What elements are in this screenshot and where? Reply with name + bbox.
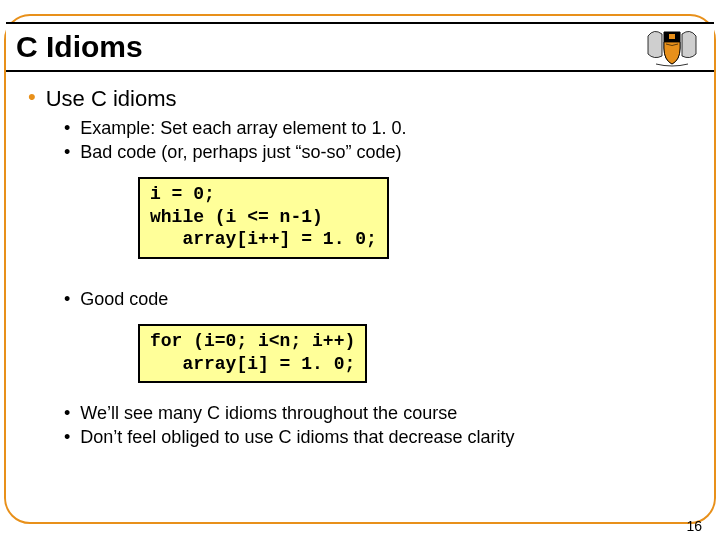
bullet-level1: • Use C idioms	[28, 86, 692, 112]
page-number: 16	[686, 518, 702, 534]
bullet-dot-icon: •	[64, 403, 70, 425]
bullet-dot-icon: •	[28, 86, 36, 112]
bullet-dot-icon: •	[64, 118, 70, 140]
bullet-dot-icon: •	[64, 289, 70, 311]
bullet-level2: • Good code	[64, 289, 692, 311]
bullet-text: We’ll see many C idioms throughout the c…	[80, 403, 457, 425]
slide-title: C Idioms	[16, 30, 143, 64]
bullet-text: Use C idioms	[46, 86, 177, 112]
content-area: • Use C idioms • Example: Set each array…	[28, 86, 692, 450]
code-block-bad: i = 0; while (i <= n-1) array[i++] = 1. …	[138, 177, 389, 259]
bullet-dot-icon: •	[64, 142, 70, 164]
code-block-good: for (i=0; i<n; i++) array[i] = 1. 0;	[138, 324, 367, 383]
bullet-text: Don’t feel obliged to use C idioms that …	[80, 427, 514, 449]
bullet-level2: • Don’t feel obliged to use C idioms tha…	[64, 427, 692, 449]
princeton-crest-icon	[642, 26, 702, 68]
bullet-text: Example: Set each array element to 1. 0.	[80, 118, 406, 140]
bullet-level2: • We’ll see many C idioms throughout the…	[64, 403, 692, 425]
bullet-text: Good code	[80, 289, 168, 311]
svg-rect-0	[669, 34, 675, 39]
slide: C Idioms • Use C idioms • Example:	[0, 0, 720, 540]
title-bar: C Idioms	[6, 22, 714, 72]
bullet-text: Bad code (or, perhaps just “so-so” code)	[80, 142, 401, 164]
bullet-level2: • Bad code (or, perhaps just “so-so” cod…	[64, 142, 692, 164]
bullet-level2: • Example: Set each array element to 1. …	[64, 118, 692, 140]
bullet-dot-icon: •	[64, 427, 70, 449]
